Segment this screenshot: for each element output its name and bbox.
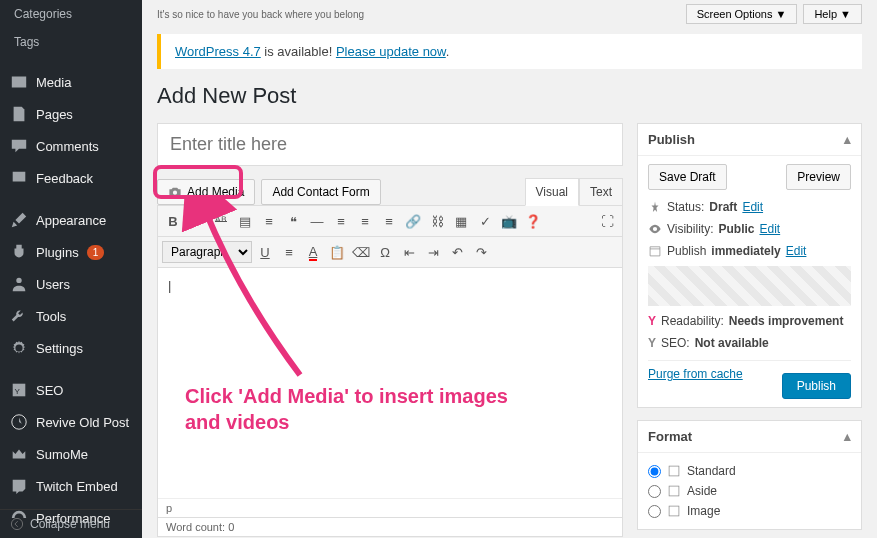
- publish-panel-header[interactable]: Publish▴: [638, 124, 861, 156]
- ul-icon[interactable]: ▤: [234, 210, 256, 232]
- admin-sidebar: CategoriesTagsMediaPagesCommentsFeedback…: [0, 0, 142, 538]
- sidebar-item-feedback[interactable]: Feedback: [0, 162, 142, 194]
- justify-icon[interactable]: ≡: [278, 241, 300, 263]
- tv-icon[interactable]: 📺: [498, 210, 520, 232]
- sidebar-item-sumome[interactable]: SumoMe: [0, 438, 142, 470]
- publish-button[interactable]: Publish: [782, 373, 851, 399]
- textcolor-icon[interactable]: A: [302, 241, 324, 263]
- add-media-button[interactable]: Add Media: [157, 179, 255, 205]
- purge-cache-link[interactable]: Purge from cache: [648, 367, 743, 381]
- sidebar-item-appearance[interactable]: Appearance: [0, 204, 142, 236]
- clear-icon[interactable]: ⌫: [350, 241, 372, 263]
- twitch-icon: [10, 477, 28, 495]
- sidebar-item-seo[interactable]: YSEO: [0, 374, 142, 406]
- format-radio-standard[interactable]: [648, 465, 661, 478]
- outdent-icon[interactable]: ⇤: [398, 241, 420, 263]
- italic-icon[interactable]: I: [186, 210, 208, 232]
- redo-icon[interactable]: ↷: [470, 241, 492, 263]
- collapse-icon: [10, 517, 24, 531]
- hr-icon[interactable]: —: [306, 210, 328, 232]
- svg-point-0: [16, 278, 21, 283]
- comment-icon: [10, 137, 28, 155]
- sidebar-item-plugins[interactable]: Plugins1: [0, 236, 142, 268]
- sidebar-item-tags[interactable]: Tags: [0, 28, 142, 56]
- add-contact-form-button[interactable]: Add Contact Form: [261, 179, 380, 205]
- sidebar-item-twitch-embed[interactable]: Twitch Embed: [0, 470, 142, 502]
- format-panel-header[interactable]: Format▴: [638, 421, 861, 453]
- sidebar-item-tools[interactable]: Tools: [0, 300, 142, 332]
- paragraph-select[interactable]: Paragraph: [162, 241, 252, 263]
- svg-rect-5: [669, 486, 679, 496]
- wp-version-link[interactable]: WordPress 4.7: [175, 44, 261, 59]
- word-count: Word count: 0: [166, 521, 234, 533]
- badge: 1: [87, 245, 105, 260]
- format-image-icon: [667, 504, 681, 518]
- ol-icon[interactable]: ≡: [258, 210, 280, 232]
- spell-icon[interactable]: ✓: [474, 210, 496, 232]
- sidebar-item-settings[interactable]: Settings: [0, 332, 142, 364]
- pin-icon: [648, 200, 662, 214]
- fullscreen-icon[interactable]: ⛶: [596, 210, 618, 232]
- post-title-input[interactable]: [157, 123, 623, 166]
- calendar-icon: [648, 244, 662, 258]
- collapse-menu[interactable]: Collapse menu: [0, 509, 142, 538]
- bold-icon[interactable]: B: [162, 210, 184, 232]
- format-aside-icon: [667, 484, 681, 498]
- align-center-icon[interactable]: ≡: [354, 210, 376, 232]
- yoast-seo-icon: Y: [648, 336, 656, 350]
- pixelated-area: [648, 266, 851, 306]
- editor: B I ᴬᴮ ▤ ≡ ❝ — ≡ ≡ ≡ 🔗 ⛓ ▦ ✓ 📺 ❓ ⛶: [157, 205, 623, 537]
- omega-icon[interactable]: Ω: [374, 241, 396, 263]
- save-draft-button[interactable]: Save Draft: [648, 164, 727, 190]
- strike-icon[interactable]: ᴬᴮ: [210, 210, 232, 232]
- sidebar-item-revive-old-post[interactable]: Revive Old Post: [0, 406, 142, 438]
- unlink-icon[interactable]: ⛓: [426, 210, 448, 232]
- underline-icon[interactable]: U: [254, 241, 276, 263]
- tab-visual[interactable]: Visual: [525, 178, 579, 206]
- edit-publish-link[interactable]: Edit: [786, 244, 807, 258]
- toolbar-row-1: B I ᴬᴮ ▤ ≡ ❝ — ≡ ≡ ≡ 🔗 ⛓ ▦ ✓ 📺 ❓ ⛶: [158, 206, 622, 237]
- indent-icon[interactable]: ⇥: [422, 241, 444, 263]
- update-notice: WordPress 4.7 is available! Please updat…: [157, 34, 862, 69]
- align-right-icon[interactable]: ≡: [378, 210, 400, 232]
- sidebar-item-pages[interactable]: Pages: [0, 98, 142, 130]
- edit-status-link[interactable]: Edit: [742, 200, 763, 214]
- paste-icon[interactable]: 📋: [326, 241, 348, 263]
- wrench-icon: [10, 307, 28, 325]
- plug-icon: [10, 243, 28, 261]
- preview-button[interactable]: Preview: [786, 164, 851, 190]
- edit-visibility-link[interactable]: Edit: [759, 222, 780, 236]
- update-now-link[interactable]: Please update now: [336, 44, 446, 59]
- publish-panel: Publish▴ Save Draft Preview Status: Draf…: [637, 123, 862, 408]
- help-button[interactable]: Help ▼: [803, 4, 862, 24]
- screen-options-button[interactable]: Screen Options ▼: [686, 4, 798, 24]
- help-icon[interactable]: ❓: [522, 210, 544, 232]
- align-left-icon[interactable]: ≡: [330, 210, 352, 232]
- sidebar-item-comments[interactable]: Comments: [0, 130, 142, 162]
- format-radio-image[interactable]: [648, 505, 661, 518]
- eye-icon: [648, 222, 662, 236]
- welcome-text: It's so nice to have you back where you …: [157, 9, 364, 20]
- media-icon: [10, 73, 28, 91]
- quote-icon[interactable]: ❝: [282, 210, 304, 232]
- page-icon: [10, 105, 28, 123]
- more-icon[interactable]: ▦: [450, 210, 472, 232]
- user-icon: [10, 275, 28, 293]
- format-standard-icon: [667, 464, 681, 478]
- tab-text[interactable]: Text: [579, 178, 623, 206]
- seo-icon: Y: [10, 381, 28, 399]
- svg-point-3: [11, 518, 22, 529]
- brush-icon: [10, 211, 28, 229]
- link-icon[interactable]: 🔗: [402, 210, 424, 232]
- sidebar-item-media[interactable]: Media: [0, 66, 142, 98]
- sidebar-item-categories[interactable]: Categories: [0, 0, 142, 28]
- top-bar: It's so nice to have you back where you …: [157, 0, 862, 28]
- undo-icon[interactable]: ↶: [446, 241, 468, 263]
- page-title: Add New Post: [157, 83, 862, 109]
- sidebar-item-users[interactable]: Users: [0, 268, 142, 300]
- format-radio-aside[interactable]: [648, 485, 661, 498]
- main-content: It's so nice to have you back where you …: [142, 0, 877, 538]
- svg-rect-6: [669, 506, 679, 516]
- clock-icon: [10, 413, 28, 431]
- annotation-text: Click 'Add Media' to insert images and v…: [185, 383, 545, 435]
